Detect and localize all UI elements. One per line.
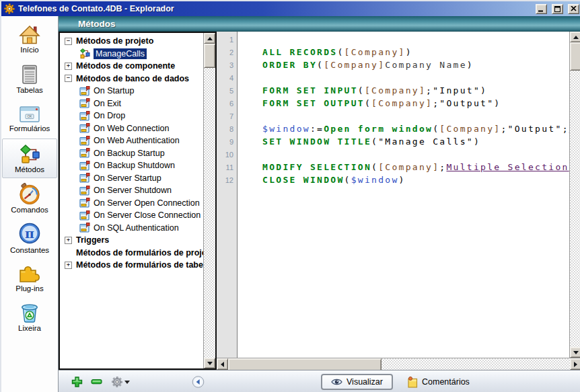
tree-item-metodos-de-formularios-de-tabela[interactable]: +Métodos de formulários de tabela <box>60 259 203 272</box>
close-button[interactable] <box>568 4 579 14</box>
sidebar-item-metodos[interactable]: Métodos <box>2 139 57 178</box>
svg-text:OK: OK <box>27 114 32 118</box>
tree-scroll-up-button[interactable] <box>204 33 215 44</box>
db-method-icon <box>79 173 90 183</box>
db-method-icon <box>79 123 90 133</box>
comments-button[interactable]: Comentários <box>407 376 470 388</box>
tree-item-on-backup-shutdown[interactable]: On Backup Shutdown <box>60 159 203 172</box>
sidebar-item-comandos[interactable]: Comandos <box>2 178 57 218</box>
tree-item-on-server-shutdown[interactable]: On Server Shutdown <box>60 184 203 197</box>
tree-scrollbar-track[interactable] <box>204 68 215 358</box>
sidebar-item-constantes[interactable]: πConstantes <box>2 218 57 258</box>
window-title: Telefones de Contato.4DB - Explorador <box>18 4 531 13</box>
tree-item-on-backup-startup[interactable]: On Backup Startup <box>60 147 203 160</box>
code-text: $window:=Open form window([Company];"Out… <box>237 124 569 134</box>
expander-icon[interactable]: + <box>65 237 72 244</box>
sidebar-item-inicio[interactable]: Início <box>2 19 57 59</box>
line-number: 1 <box>217 36 237 44</box>
code-line: 10 <box>217 148 569 161</box>
code-text: CLOSE WINDOW($window) <box>237 175 569 185</box>
maximize-button[interactable] <box>552 4 563 14</box>
options-menu-button[interactable] <box>112 377 130 387</box>
tree-item-triggers[interactable]: +Triggers <box>60 234 203 247</box>
delete-method-button[interactable] <box>91 379 102 385</box>
db-method-icon <box>79 210 90 221</box>
code-text: FORM SET OUTPUT([Company];"Output") <box>237 98 569 108</box>
tree-item-on-web-authentication[interactable]: On Web Authentication <box>60 134 203 147</box>
tables-icon <box>22 65 38 85</box>
code-text: FORM SET INPUT([Company];"Input") <box>237 85 569 95</box>
db-method-icon <box>79 136 90 146</box>
method-tree-panel: −Métodos de projetoManageCalls+Métodos d… <box>59 32 217 370</box>
tree-item-metodos-de-componente[interactable]: +Métodos de componente <box>60 60 203 73</box>
tree-item-on-exit[interactable]: On Exit <box>60 97 203 110</box>
forms-icon: OK <box>19 106 40 123</box>
collapse-panel-button[interactable] <box>192 376 205 389</box>
arrow-down-icon <box>207 362 213 365</box>
line-number: 10 <box>217 151 237 159</box>
editor-scroll-down-button[interactable] <box>570 347 580 358</box>
code-line: 5FORM SET INPUT([Company];"Input") <box>217 84 569 97</box>
tree-item-label: On Exit <box>94 99 121 108</box>
editor-hscrollbar-track[interactable] <box>382 358 570 370</box>
line-number: 11 <box>217 163 237 171</box>
add-method-button[interactable] <box>71 377 83 388</box>
line-number: 2 <box>217 48 237 56</box>
sidebar-item-formularios[interactable]: OKFormulários <box>2 99 57 139</box>
note-icon <box>407 376 418 388</box>
expander-icon[interactable]: − <box>65 75 72 82</box>
method-tree: −Métodos de projetoManageCalls+Métodos d… <box>60 33 203 368</box>
tree-item-on-drop[interactable]: On Drop <box>60 110 203 122</box>
tree-scrollbar-thumb[interactable] <box>204 44 215 68</box>
tree-item-on-web-connection[interactable]: On Web Connection <box>60 122 203 135</box>
editor-scroll-left-button[interactable] <box>217 358 228 370</box>
code-line: 2ALL RECORDS([Company]) <box>217 46 569 58</box>
tree-item-on-startup[interactable]: On Startup <box>60 85 203 97</box>
tree-item-managecalls[interactable]: ManageCalls <box>60 48 203 61</box>
expander-icon[interactable]: − <box>65 38 72 45</box>
tree-item-on-server-close-connection[interactable]: On Server Close Connection <box>60 209 203 222</box>
constants-icon: π <box>18 222 41 245</box>
code-area[interactable]: 12ALL RECORDS([Company])3ORDER BY([Compa… <box>217 32 569 358</box>
tree-item-metodos-de-projeto[interactable]: −Métodos de projeto <box>60 35 203 48</box>
preview-button[interactable]: Visualizar <box>321 374 393 390</box>
code-text: ORDER BY([Company]Company Name) <box>237 60 569 70</box>
arrow-up-icon <box>573 36 579 39</box>
code-lines: 12ALL RECORDS([Company])3ORDER BY([Compa… <box>217 33 569 186</box>
titlebar[interactable]: Telefones de Contato.4DB - Explorador <box>1 1 580 16</box>
editor-scroll-up-button[interactable] <box>570 32 580 42</box>
tree-item-on-server-open-connection[interactable]: On Server Open Connection <box>60 197 203 210</box>
tree-item-label: ManageCalls <box>94 48 147 59</box>
editor-vscrollbar-track[interactable] <box>570 71 580 347</box>
code-editor: 12ALL RECORDS([Company])3ORDER BY([Compa… <box>217 32 580 370</box>
code-line: 8$window:=Open form window([Company];"Ou… <box>217 122 569 135</box>
expander-icon[interactable]: + <box>65 262 72 269</box>
methods-icon <box>19 144 40 164</box>
tree-item-label: On Backup Startup <box>94 149 165 158</box>
tree-item-on-server-startup[interactable]: On Server Startup <box>60 172 203 185</box>
tree-vertical-scrollbar[interactable] <box>203 33 215 368</box>
tree-item-label: Métodos de formulários de projeto <box>76 248 203 258</box>
sidebar-item-label: Formulários <box>9 124 50 132</box>
editor-scroll-right-button[interactable] <box>570 358 580 370</box>
tree-item-metodos-de-banco-de-dados[interactable]: −Métodos de banco de dados <box>60 73 203 85</box>
expander-icon[interactable]: + <box>65 63 72 70</box>
tree-item-metodos-de-formularios-de-projeto[interactable]: Métodos de formulários de projeto <box>60 247 203 260</box>
sidebar-item-lixeira[interactable]: Lixeira <box>2 297 57 337</box>
line-number: 12 <box>217 176 237 184</box>
sidebar-item-tabelas[interactable]: Tabelas <box>2 59 57 99</box>
tree-item-on-sql-authentication[interactable]: On SQL Authentication <box>60 222 203 235</box>
minimize-button[interactable] <box>536 4 547 14</box>
comments-label: Comentários <box>422 377 470 387</box>
editor-vscrollbar-thumb[interactable] <box>570 42 580 71</box>
code-line: 7 <box>217 110 569 122</box>
tree-scroll-down-button[interactable] <box>204 358 215 368</box>
sidebar-item-plug-ins[interactable]: Plug-ins <box>2 258 57 297</box>
arrow-up-icon <box>207 37 213 40</box>
minimize-icon <box>538 6 544 12</box>
editor-vertical-scrollbar[interactable] <box>569 32 580 358</box>
code-line: 11MODIFY SELECTION([Company];Multiple Se… <box>217 161 569 173</box>
editor-horizontal-scrollbar[interactable] <box>217 358 580 370</box>
explorer-window: Telefones de Contato.4DB - Explorador In… <box>0 0 580 392</box>
page-title: Métodos <box>78 19 116 29</box>
